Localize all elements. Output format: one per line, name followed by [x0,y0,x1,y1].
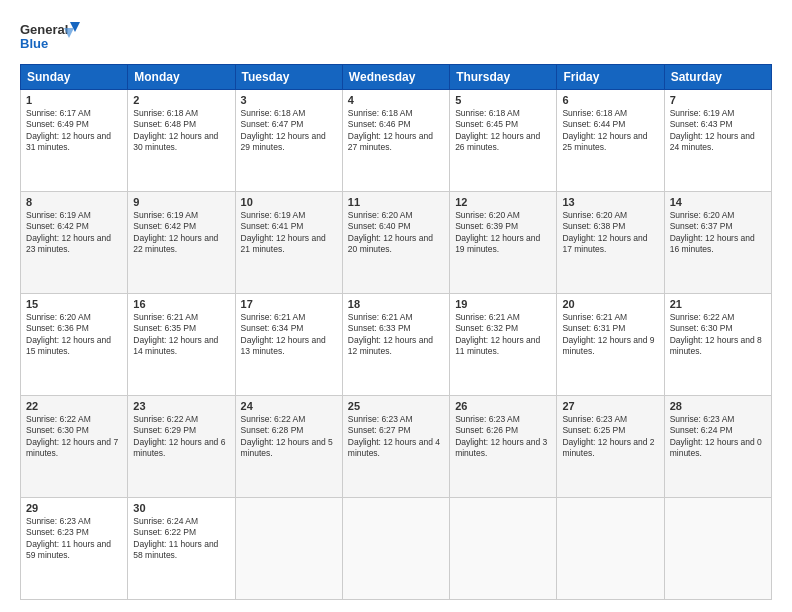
day-7: 7 Sunrise: 6:19 AMSunset: 6:43 PMDayligh… [664,90,771,192]
col-tuesday: Tuesday [235,65,342,90]
empty-4 [557,498,664,600]
day-2: 2 Sunrise: 6:18 AMSunset: 6:48 PMDayligh… [128,90,235,192]
empty-3 [450,498,557,600]
day-19: 19 Sunrise: 6:21 AMSunset: 6:32 PMDaylig… [450,294,557,396]
page-header: General Blue [20,18,772,54]
svg-text:General: General [20,22,68,37]
day-15: 15 Sunrise: 6:20 AMSunset: 6:36 PMDaylig… [21,294,128,396]
day-25: 25 Sunrise: 6:23 AMSunset: 6:27 PMDaylig… [342,396,449,498]
day-18: 18 Sunrise: 6:21 AMSunset: 6:33 PMDaylig… [342,294,449,396]
calendar-week-2: 8 Sunrise: 6:19 AMSunset: 6:42 PMDayligh… [21,192,772,294]
day-11: 11 Sunrise: 6:20 AMSunset: 6:40 PMDaylig… [342,192,449,294]
logo: General Blue [20,18,80,54]
calendar-week-5: 29 Sunrise: 6:23 AMSunset: 6:23 PMDaylig… [21,498,772,600]
day-23: 23 Sunrise: 6:22 AMSunset: 6:29 PMDaylig… [128,396,235,498]
day-4: 4 Sunrise: 6:18 AMSunset: 6:46 PMDayligh… [342,90,449,192]
day-10: 10 Sunrise: 6:19 AMSunset: 6:41 PMDaylig… [235,192,342,294]
day-20: 20 Sunrise: 6:21 AMSunset: 6:31 PMDaylig… [557,294,664,396]
calendar-week-1: 1 Sunrise: 6:17 AMSunset: 6:49 PMDayligh… [21,90,772,192]
calendar-week-4: 22 Sunrise: 6:22 AMSunset: 6:30 PMDaylig… [21,396,772,498]
day-26: 26 Sunrise: 6:23 AMSunset: 6:26 PMDaylig… [450,396,557,498]
calendar-week-3: 15 Sunrise: 6:20 AMSunset: 6:36 PMDaylig… [21,294,772,396]
day-27: 27 Sunrise: 6:23 AMSunset: 6:25 PMDaylig… [557,396,664,498]
col-friday: Friday [557,65,664,90]
day-16: 16 Sunrise: 6:21 AMSunset: 6:35 PMDaylig… [128,294,235,396]
day-14: 14 Sunrise: 6:20 AMSunset: 6:37 PMDaylig… [664,192,771,294]
empty-5 [664,498,771,600]
day-5: 5 Sunrise: 6:18 AMSunset: 6:45 PMDayligh… [450,90,557,192]
day-8: 8 Sunrise: 6:19 AMSunset: 6:42 PMDayligh… [21,192,128,294]
empty-2 [342,498,449,600]
logo-svg: General Blue [20,18,80,54]
day-17: 17 Sunrise: 6:21 AMSunset: 6:34 PMDaylig… [235,294,342,396]
col-thursday: Thursday [450,65,557,90]
day-30: 30 Sunrise: 6:24 AMSunset: 6:22 PMDaylig… [128,498,235,600]
day-9: 9 Sunrise: 6:19 AMSunset: 6:42 PMDayligh… [128,192,235,294]
calendar-table: Sunday Monday Tuesday Wednesday Thursday… [20,64,772,600]
day-13: 13 Sunrise: 6:20 AMSunset: 6:38 PMDaylig… [557,192,664,294]
day-22: 22 Sunrise: 6:22 AMSunset: 6:30 PMDaylig… [21,396,128,498]
empty-1 [235,498,342,600]
day-6: 6 Sunrise: 6:18 AMSunset: 6:44 PMDayligh… [557,90,664,192]
svg-text:Blue: Blue [20,36,48,51]
day-29: 29 Sunrise: 6:23 AMSunset: 6:23 PMDaylig… [21,498,128,600]
col-sunday: Sunday [21,65,128,90]
day-28: 28 Sunrise: 6:23 AMSunset: 6:24 PMDaylig… [664,396,771,498]
col-wednesday: Wednesday [342,65,449,90]
day-21: 21 Sunrise: 6:22 AMSunset: 6:30 PMDaylig… [664,294,771,396]
calendar-header-row: Sunday Monday Tuesday Wednesday Thursday… [21,65,772,90]
day-12: 12 Sunrise: 6:20 AMSunset: 6:39 PMDaylig… [450,192,557,294]
day-3: 3 Sunrise: 6:18 AMSunset: 6:47 PMDayligh… [235,90,342,192]
day-1: 1 Sunrise: 6:17 AMSunset: 6:49 PMDayligh… [21,90,128,192]
col-saturday: Saturday [664,65,771,90]
day-24: 24 Sunrise: 6:22 AMSunset: 6:28 PMDaylig… [235,396,342,498]
col-monday: Monday [128,65,235,90]
